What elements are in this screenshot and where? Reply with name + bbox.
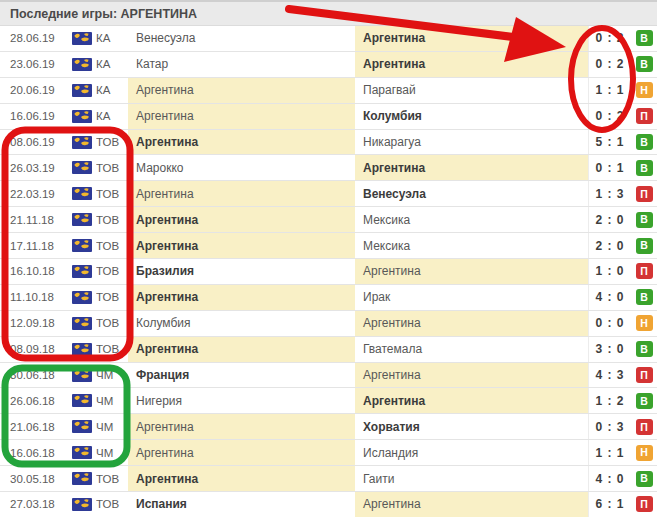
competition-label: КА bbox=[96, 52, 128, 77]
away-team: Гватемала bbox=[355, 337, 588, 362]
game-date: 27.03.18 bbox=[0, 492, 68, 517]
flag-cell bbox=[68, 233, 96, 258]
game-row[interactable]: 23.06.19 КА Катар Аргентина 0 : 2 В bbox=[0, 52, 657, 78]
result-cell: Н bbox=[631, 311, 657, 336]
game-row[interactable]: 28.06.19 КА Венесуэла Аргентина 0 : 2 В bbox=[0, 26, 657, 52]
result-badge-draw: Н bbox=[636, 315, 653, 331]
game-row[interactable]: 16.06.18 ЧМ Аргентина Исландия 1 : 1 Н bbox=[0, 440, 657, 466]
world-flag-icon bbox=[72, 239, 92, 252]
competition-label: ТОВ bbox=[96, 181, 128, 206]
match-score: 0 : 0 bbox=[588, 311, 631, 336]
game-row[interactable]: 11.10.18 ТОВ Аргентина Ирак 4 : 0 В bbox=[0, 285, 657, 311]
home-team: Аргентина bbox=[128, 104, 355, 129]
game-row[interactable]: 12.09.18 ТОВ Колумбия Аргентина 0 : 0 Н bbox=[0, 311, 657, 337]
home-team: Аргентина bbox=[128, 130, 355, 155]
widget-title: Последние игры: АРГЕНТИНА bbox=[10, 7, 197, 21]
game-date: 16.10.18 bbox=[0, 259, 68, 284]
result-badge-loss: П bbox=[636, 186, 653, 202]
competition-label: ТОВ bbox=[96, 466, 128, 491]
game-row[interactable]: 21.11.18 ТОВ Аргентина Мексика 2 : 0 В bbox=[0, 207, 657, 233]
result-cell: Н bbox=[631, 440, 657, 465]
home-team: Франция bbox=[128, 363, 355, 388]
game-row[interactable]: 27.03.18 ТОВ Испания Аргентина 6 : 1 П bbox=[0, 492, 657, 517]
game-date: 23.06.19 bbox=[0, 52, 68, 77]
away-team: Аргентина bbox=[355, 492, 588, 517]
world-flag-icon bbox=[72, 369, 92, 382]
flag-cell bbox=[68, 466, 96, 491]
game-row[interactable]: 16.06.19 КА Аргентина Колумбия 0 : 2 П bbox=[0, 104, 657, 130]
competition-label: ЧМ bbox=[96, 440, 128, 465]
flag-cell bbox=[68, 26, 96, 51]
flag-cell bbox=[68, 78, 96, 103]
match-score: 1 : 1 bbox=[588, 440, 631, 465]
match-score: 4 : 3 bbox=[588, 363, 631, 388]
game-row[interactable]: 20.06.19 КА Аргентина Парагвай 1 : 1 Н bbox=[0, 78, 657, 104]
result-cell: В bbox=[631, 207, 657, 232]
match-score: 1 : 1 bbox=[588, 78, 631, 103]
world-flag-icon bbox=[72, 110, 92, 123]
match-score: 0 : 2 bbox=[588, 26, 631, 51]
match-score: 4 : 0 bbox=[588, 285, 631, 310]
home-team: Аргентина bbox=[128, 78, 355, 103]
game-row[interactable]: 16.10.18 ТОВ Бразилия Аргентина 1 : 0 П bbox=[0, 259, 657, 285]
result-badge-loss: П bbox=[636, 263, 653, 279]
match-score: 0 : 1 bbox=[588, 155, 631, 180]
game-row[interactable]: 17.11.18 ТОВ Аргентина Мексика 2 : 0 В bbox=[0, 233, 657, 259]
game-row[interactable]: 26.03.19 ТОВ Марокко Аргентина 0 : 1 В bbox=[0, 155, 657, 181]
game-date: 21.06.18 bbox=[0, 414, 68, 439]
game-row[interactable]: 30.05.18 ТОВ Аргентина Гаити 4 : 0 В bbox=[0, 466, 657, 492]
result-cell: П bbox=[631, 104, 657, 129]
home-team: Катар bbox=[128, 52, 355, 77]
result-cell: В bbox=[631, 285, 657, 310]
flag-cell bbox=[68, 104, 96, 129]
competition-label: КА bbox=[96, 104, 128, 129]
away-team: Аргентина bbox=[355, 388, 588, 413]
away-team: Хорватия bbox=[355, 414, 588, 439]
competition-label: ТОВ bbox=[96, 155, 128, 180]
flag-cell bbox=[68, 181, 96, 206]
game-row[interactable]: 08.09.18 ТОВ Аргентина Гватемала 3 : 0 В bbox=[0, 337, 657, 363]
result-badge-win: В bbox=[636, 30, 653, 46]
game-date: 20.06.19 bbox=[0, 78, 68, 103]
result-badge-draw: Н bbox=[636, 445, 653, 461]
competition-label: ТОВ bbox=[96, 337, 128, 362]
home-team: Аргентина bbox=[128, 233, 355, 258]
game-row[interactable]: 22.03.19 ТОВ Аргентина Венесуэла 1 : 3 П bbox=[0, 181, 657, 207]
result-badge-draw: Н bbox=[636, 82, 653, 98]
game-row[interactable]: 21.06.18 ЧМ Аргентина Хорватия 0 : 3 П bbox=[0, 414, 657, 440]
result-badge-win: В bbox=[636, 289, 653, 305]
competition-label: ЧМ bbox=[96, 363, 128, 388]
result-cell: П bbox=[631, 492, 657, 517]
competition-label: ТОВ bbox=[96, 259, 128, 284]
away-team: Аргентина bbox=[355, 311, 588, 336]
result-cell: П bbox=[631, 363, 657, 388]
competition-label: ТОВ bbox=[96, 207, 128, 232]
flag-cell bbox=[68, 52, 96, 77]
away-team: Аргентина bbox=[355, 26, 588, 51]
game-date: 08.06.19 bbox=[0, 130, 68, 155]
game-date: 26.06.18 bbox=[0, 388, 68, 413]
match-score: 0 : 3 bbox=[588, 414, 631, 439]
game-date: 16.06.19 bbox=[0, 104, 68, 129]
result-cell: П bbox=[631, 181, 657, 206]
result-cell: В bbox=[631, 130, 657, 155]
match-score: 0 : 2 bbox=[588, 104, 631, 129]
home-team: Аргентина bbox=[128, 414, 355, 439]
game-date: 21.11.18 bbox=[0, 207, 68, 232]
flag-cell bbox=[68, 492, 96, 517]
world-flag-icon bbox=[72, 317, 92, 330]
world-flag-icon bbox=[72, 187, 92, 200]
competition-label: ТОВ bbox=[96, 285, 128, 310]
world-flag-icon bbox=[72, 446, 92, 459]
away-team: Аргентина bbox=[355, 52, 588, 77]
game-row[interactable]: 30.06.18 ЧМ Франция Аргентина 4 : 3 П bbox=[0, 363, 657, 389]
result-cell: В bbox=[631, 337, 657, 362]
game-row[interactable]: 26.06.18 ЧМ Нигерия Аргентина 1 : 2 В bbox=[0, 388, 657, 414]
away-team: Парагвай bbox=[355, 78, 588, 103]
world-flag-icon bbox=[72, 291, 92, 304]
game-date: 11.10.18 bbox=[0, 285, 68, 310]
game-row[interactable]: 08.06.19 ТОВ Аргентина Никарагуа 5 : 1 В bbox=[0, 130, 657, 156]
match-score: 1 : 3 bbox=[588, 181, 631, 206]
world-flag-icon bbox=[72, 213, 92, 226]
match-score: 4 : 0 bbox=[588, 466, 631, 491]
